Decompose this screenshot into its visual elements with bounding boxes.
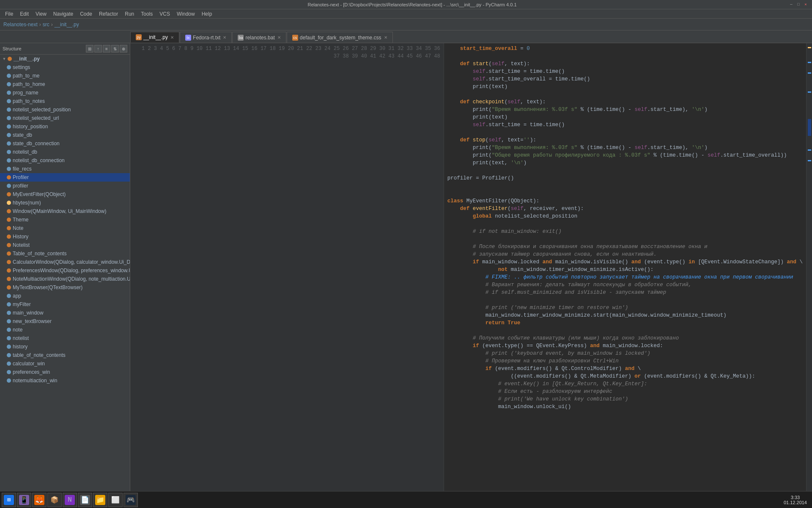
tree-item-file-recs[interactable]: file_recs — [0, 165, 130, 173]
maximize-button[interactable]: □ — [796, 2, 801, 8]
tree-item---init---py[interactable]: ▼__init__.py — [0, 55, 130, 63]
tree-item-label: prog_name — [13, 90, 38, 96]
tree-item-notelist-selected-url[interactable]: notelist_selected_url — [0, 114, 130, 122]
tab-default-for-dark-system-theme-css[interactable]: csdefault_for_dark_system_theme.css✕ — [287, 32, 393, 43]
tree-item-history[interactable]: History — [0, 232, 130, 241]
tree-item-note[interactable]: note — [0, 326, 130, 334]
tab-fedora-rt-txt[interactable]: txFedora-rt.txt✕ — [180, 32, 232, 43]
tree-item-label: NoteMultiactionWindow(QDialog, note_mult… — [13, 276, 130, 282]
struct-btn-expand[interactable]: ↑ — [94, 45, 102, 52]
taskbar-app3[interactable]: 📦 — [47, 493, 62, 507]
tree-item-notelist[interactable]: Notelist — [0, 241, 130, 249]
taskbar-steam[interactable]: 🎮 — [123, 493, 138, 507]
menu-item-refactor[interactable]: Refactor — [96, 10, 121, 18]
tab-relanotes-bat[interactable]: barelanotes.bat✕ — [232, 32, 286, 43]
tree-item-label: history — [13, 344, 27, 350]
tab-close-icon[interactable]: ✕ — [277, 35, 281, 40]
tree-item-profiler[interactable]: profiler — [0, 182, 130, 190]
menu-item-help[interactable]: Help — [198, 10, 216, 18]
right-scrollbar[interactable] — [806, 43, 812, 497]
start-icon: ⊞ — [4, 495, 14, 505]
tree-dot-icon — [7, 184, 11, 188]
tab-close-icon[interactable]: ✕ — [223, 35, 226, 40]
tree-item-mytextbrowser-qtextbrowser-[interactable]: MyTextBrowser(QTextBrowser) — [0, 283, 130, 292]
breadcrumb-src[interactable]: src — [43, 22, 49, 28]
tree-item-label: calculator_win — [13, 361, 45, 367]
breadcrumb-project[interactable]: Relanotes-next — [3, 22, 38, 28]
tree-item-table-of-note-contents[interactable]: table_of_note_contents — [0, 351, 130, 359]
tree-item-label: hbytes(num) — [13, 200, 41, 206]
scroll-mark-info6 — [808, 160, 811, 161]
tree-item-calculatorwindow-qdialog--calc[interactable]: CalculatorWindow(QDialog, calculator_win… — [0, 258, 130, 266]
tree-expand-icon: ▼ — [2, 56, 7, 61]
tree-item-history[interactable]: history — [0, 342, 130, 351]
tree-item-history-position[interactable]: history_position — [0, 122, 130, 131]
tree-item-main-window[interactable]: main_window — [0, 309, 130, 317]
tree-item-profiler[interactable]: Profiler — [0, 173, 130, 182]
code-content[interactable]: start_time_overall = 0 def start(self, t… — [444, 43, 806, 497]
taskbar-viber[interactable]: 📱 — [17, 493, 31, 507]
tree-dot-icon — [7, 370, 11, 374]
breadcrumb-file[interactable]: __init__.py — [55, 22, 79, 28]
tree-item-notelist-db[interactable]: notelist_db — [0, 148, 130, 156]
tree-item-calculator-win[interactable]: calculator_win — [0, 359, 130, 368]
tree-item-note[interactable]: Note — [0, 224, 130, 232]
menu-item-vcs[interactable]: VCS — [156, 10, 173, 18]
tree-item-myfilter[interactable]: myFilter — [0, 300, 130, 309]
tab-close-icon[interactable]: ✕ — [170, 35, 174, 40]
tree-item-notemultiactionwindow-qdialog-[interactable]: NoteMultiactionWindow(QDialog, note_mult… — [0, 275, 130, 283]
struct-btn-settings[interactable]: ⊕ — [120, 45, 127, 52]
tree-item-notelist[interactable]: notelist — [0, 334, 130, 342]
breadcrumb-sep2: › — [51, 22, 53, 28]
close-button[interactable]: ✕ — [803, 2, 809, 8]
menu-item-navigate[interactable]: Navigate — [50, 10, 77, 18]
minimize-button[interactable]: ─ — [788, 2, 794, 8]
tree-item-hbytes-num-[interactable]: hbytes(num) — [0, 199, 130, 207]
tree-item-app[interactable]: app — [0, 292, 130, 300]
start-button[interactable]: ⊞ — [2, 493, 16, 507]
taskbar-app7[interactable]: ⬜ — [108, 493, 123, 507]
tree-item-path-to-home[interactable]: path_to_home — [0, 80, 130, 88]
tab---init---py[interactable]: py__init__.py✕ — [130, 32, 179, 43]
tree-item-state-db-connection[interactable]: state_db_connection — [0, 139, 130, 148]
tree-item-settings[interactable]: settings — [0, 63, 130, 72]
tree-item-prog-name[interactable]: prog_name — [0, 88, 130, 97]
taskbar-app5[interactable]: 📄 — [78, 493, 92, 507]
taskbar-onenote[interactable]: N — [63, 493, 77, 507]
menu-item-file[interactable]: File — [2, 10, 16, 18]
struct-btn-filter[interactable]: ⇅ — [111, 45, 119, 52]
tab-close-icon[interactable]: ✕ — [384, 35, 387, 40]
tree-dot-icon — [7, 218, 11, 222]
tree-dot-icon — [7, 65, 11, 69]
tree-item-label: notelist_db — [13, 149, 37, 155]
taskbar-files[interactable]: 📁 — [93, 493, 107, 507]
menu-item-view[interactable]: View — [32, 10, 50, 18]
tree-item-state-db[interactable]: state_db — [0, 131, 130, 139]
tree-item-window-qmainwindow--ui-mainwin[interactable]: Window(QMainWindow, Ui_MainWindow) — [0, 207, 130, 215]
taskbar-firefox[interactable]: 🦊 — [32, 493, 47, 507]
struct-btn-sort-alpha[interactable]: ⊞ — [86, 45, 93, 52]
tree-item-label: history_position — [13, 124, 48, 130]
title-bar: Relanotes-next - [D:\Dropbox\Projects\Re… — [0, 0, 812, 9]
tree-item-table-of-note-contents[interactable]: Table_of_note_contents — [0, 249, 130, 258]
menu-item-run[interactable]: Run — [121, 10, 137, 18]
tree-item-preferenceswindow-qdialog--pre[interactable]: PreferencesWindow(QDialog, preferences_w… — [0, 266, 130, 275]
tree-item-notelist-selected-position[interactable]: notelist_selected_position — [0, 105, 130, 114]
tree-item-label: path_to_me — [13, 73, 39, 79]
tree-item-new-textbrowser[interactable]: new_textBrowser — [0, 317, 130, 326]
menu-item-edit[interactable]: Edit — [16, 10, 32, 18]
tab-icon: tx — [185, 35, 191, 41]
tree-item-notemultiaction-win[interactable]: notemultiaction_win — [0, 376, 130, 385]
taskbar: ⊞ 📱 🦊 📦 N 📄 📁 ⬜ 🎮 3:33 01.12.2014 — [0, 491, 812, 508]
menu-item-window[interactable]: Window — [173, 10, 198, 18]
tree-item-theme[interactable]: Theme — [0, 215, 130, 224]
tree-item-notelist-db-connection[interactable]: notelist_db_connection — [0, 156, 130, 165]
tree-item-path-to-me[interactable]: path_to_me — [0, 72, 130, 80]
menu-item-tools[interactable]: Tools — [137, 10, 156, 18]
tree-item-myeventfilter-qobject-[interactable]: MyEventFilter(QObject) — [0, 190, 130, 199]
menu-item-code[interactable]: Code — [77, 10, 96, 18]
tree-item-path-to-notes[interactable]: path_to_notes — [0, 97, 130, 105]
tree-item-preferences-win[interactable]: preferences_win — [0, 368, 130, 376]
struct-btn-collapse[interactable]: ≡ — [103, 45, 110, 52]
code-editor[interactable]: 1 2 3 4 5 6 7 8 9 10 11 12 13 14 15 16 1… — [130, 43, 806, 497]
